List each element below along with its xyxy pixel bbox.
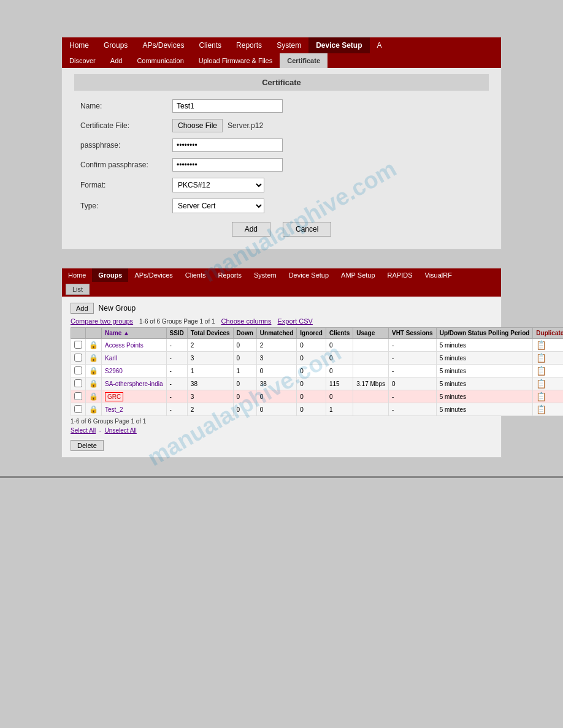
duplicate-icon[interactable]: 📋	[536, 379, 546, 389]
row-checkbox[interactable]	[74, 392, 82, 400]
pagination-top: 1-6 of 6 Groups Page 1 of 1	[139, 318, 215, 325]
row-name-link[interactable]: Test_2	[105, 406, 123, 413]
row-name-link[interactable]: Access Points	[105, 342, 144, 349]
passphrase-label: passphrase:	[74, 141, 172, 150]
sub-certificate[interactable]: Certificate	[280, 53, 327, 68]
duplicate-icon[interactable]: 📋	[536, 392, 546, 401]
col-name[interactable]: Name ▲	[102, 328, 167, 339]
groups-panel: Home Groups APs/Devices Clients Reports …	[61, 268, 502, 458]
g-nav-amp-setup[interactable]: AMP Setup	[335, 268, 381, 282]
g-nav-groups[interactable]: Groups	[92, 268, 128, 282]
groups-table: Name ▲ SSID Total Devices Down Unmatched…	[71, 327, 563, 416]
col-duplicate: Duplicate	[533, 328, 563, 339]
col-unmatched: Unmatched	[256, 328, 296, 339]
g-nav-rapids[interactable]: RAPIDS	[381, 268, 419, 282]
table-row: 🔒KarlI-30300-5 minutes📋	[71, 352, 564, 365]
row-checkbox[interactable]	[74, 366, 82, 374]
duplicate-icon[interactable]: 📋	[536, 340, 546, 350]
table-row: 🔒S2960-11000-5 minutes📋	[71, 365, 564, 377]
confirm-passphrase-label: Confirm passphrase:	[74, 161, 172, 169]
cert-file-control: Choose File Server.p12	[172, 119, 263, 132]
g-nav-aps[interactable]: APs/Devices	[128, 268, 178, 282]
row-icon: 🔒	[89, 405, 98, 414]
confirm-passphrase-input[interactable]	[172, 158, 283, 172]
file-name: Server.p12	[228, 121, 263, 130]
row-icon: 🔒	[89, 379, 98, 388]
g-nav-home[interactable]: Home	[62, 268, 92, 282]
form-buttons: Add Cancel	[74, 222, 489, 237]
groups-top-nav: Home Groups APs/Devices Clients Reports …	[62, 268, 501, 282]
row-name-link[interactable]: KarlI	[105, 355, 118, 362]
new-group-label: New Group	[99, 304, 136, 313]
passphrase-input[interactable]	[172, 138, 283, 152]
cert-title: Certificate	[74, 74, 489, 91]
select-all-link[interactable]: Select All	[71, 427, 96, 434]
name-input[interactable]	[172, 99, 283, 113]
unselect-all-link[interactable]: Unselect All	[105, 427, 137, 434]
confirm-passphrase-row: Confirm passphrase:	[74, 158, 489, 172]
row-name-link[interactable]: GRC	[105, 392, 123, 401]
row-checkbox[interactable]	[74, 379, 82, 387]
certificate-panel: Home Groups APs/Devices Clients Reports …	[61, 37, 502, 249]
format-select[interactable]: PKCS#12 PEM DER	[172, 178, 264, 192]
nav-clients[interactable]: Clients	[191, 37, 229, 53]
groups-content: Add New Group Compare two groups 1-6 of …	[62, 297, 501, 457]
nav-groups[interactable]: Groups	[96, 37, 135, 53]
duplicate-icon[interactable]: 📋	[536, 404, 546, 414]
name-label: Name:	[74, 102, 172, 110]
col-total-devices: Total Devices	[187, 328, 233, 339]
table-row: 🔒Test_2-20001-5 minutes📋	[71, 403, 564, 416]
groups-toolbar: Add New Group	[71, 303, 492, 314]
table-row: 🔒Access Points-20200-5 minutes📋	[71, 339, 564, 352]
row-name-link[interactable]: S2960	[105, 368, 123, 374]
choose-columns-link[interactable]: Choose columns	[221, 317, 272, 325]
cert-file-label: Certificate File:	[74, 121, 172, 130]
export-csv-link[interactable]: Export CSV	[277, 317, 312, 325]
g-nav-clients[interactable]: Clients	[179, 268, 212, 282]
passphrase-row: passphrase:	[74, 138, 489, 152]
duplicate-icon[interactable]: 📋	[536, 366, 546, 376]
nav-home[interactable]: Home	[62, 37, 96, 53]
type-select[interactable]: Server Cert CA Cert Client Cert	[172, 199, 264, 213]
g-nav-reports[interactable]: Reports	[212, 268, 248, 282]
groups-sub-bar: List	[62, 282, 501, 297]
row-icon: 🔒	[89, 354, 98, 362]
row-checkbox[interactable]	[74, 354, 82, 362]
table-row: 🔒GRC-30000-5 minutes📋	[71, 390, 564, 403]
nav-device-setup[interactable]: Device Setup	[308, 37, 369, 53]
add-button[interactable]: Add	[232, 222, 270, 237]
groups-add-button[interactable]: Add	[71, 303, 94, 314]
pagination-bottom: 1-6 of 6 Groups Page 1 of 1	[71, 418, 492, 425]
nav-aps-devices[interactable]: APs/Devices	[135, 37, 191, 53]
sub-upload-firmware[interactable]: Upload Firmware & Files	[191, 53, 280, 68]
row-icon: 🔒	[89, 392, 98, 401]
delete-row: Delete	[71, 436, 492, 451]
col-ssid: SSID	[166, 328, 187, 339]
choose-file-button[interactable]: Choose File	[172, 119, 223, 132]
cancel-button[interactable]: Cancel	[283, 222, 331, 237]
sub-add[interactable]: Add	[103, 53, 130, 68]
row-icon: 🔒	[89, 366, 98, 375]
g-nav-device-setup[interactable]: Device Setup	[283, 268, 335, 282]
table-row: 🔒SA-othersphere-india-3803801153.17 Mbps…	[71, 377, 564, 390]
list-tab[interactable]: List	[66, 284, 90, 295]
delete-button[interactable]: Delete	[71, 440, 104, 451]
col-clients: Clients	[326, 328, 353, 339]
nav-a[interactable]: A	[370, 37, 389, 53]
compare-groups-link[interactable]: Compare two groups	[71, 317, 133, 325]
type-row: Type: Server Cert CA Cert Client Cert	[74, 199, 489, 213]
col-ignored: Ignored	[297, 328, 326, 339]
sub-communication[interactable]: Communication	[129, 53, 191, 68]
nav-reports[interactable]: Reports	[229, 37, 269, 53]
select-all-row: Select All - Unselect All	[71, 427, 492, 434]
passphrase-control	[172, 138, 283, 152]
g-nav-visualrf[interactable]: VisualRF	[419, 268, 458, 282]
row-name-link[interactable]: SA-othersphere-india	[105, 381, 163, 387]
format-row: Format: PKCS#12 PEM DER	[74, 178, 489, 192]
nav-system[interactable]: System	[269, 37, 308, 53]
sub-discover[interactable]: Discover	[62, 53, 103, 68]
g-nav-system[interactable]: System	[248, 268, 283, 282]
duplicate-icon[interactable]: 📋	[536, 353, 546, 363]
row-checkbox[interactable]	[74, 405, 82, 413]
row-checkbox[interactable]	[74, 341, 82, 349]
